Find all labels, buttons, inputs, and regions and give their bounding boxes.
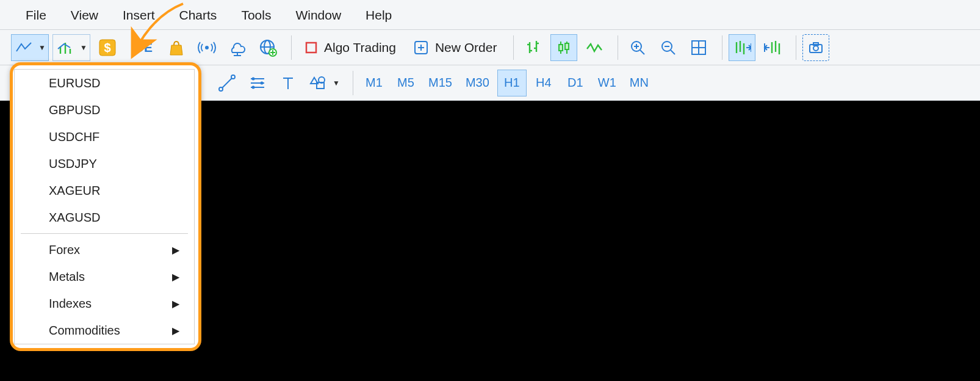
vps-button[interactable] — [224, 34, 251, 61]
category-label: Forex — [49, 243, 80, 257]
svg-rect-27 — [565, 43, 569, 49]
separator — [618, 35, 618, 60]
timeframe-w1[interactable]: W1 — [593, 70, 622, 96]
menu-insert[interactable]: Insert — [110, 0, 167, 30]
separator — [513, 35, 514, 60]
submenu-arrow-icon: ▶ — [172, 244, 179, 256]
menu-help[interactable]: Help — [353, 0, 404, 30]
chart-type-line-split[interactable]: ▼ — [11, 34, 49, 61]
menu-view[interactable]: View — [59, 0, 110, 30]
svg-point-53 — [231, 75, 235, 79]
chart-candles-button[interactable] — [550, 34, 577, 61]
candlestick-icon — [556, 40, 572, 56]
timeframe-m1[interactable]: M1 — [359, 70, 389, 96]
category-label: Metals — [49, 270, 85, 284]
new-order-label: New Order — [435, 40, 497, 55]
timeframe-h4[interactable]: H4 — [529, 70, 558, 96]
symbol-category-indexes[interactable]: Indexes ▶ — [15, 290, 194, 317]
ohlc-bars-icon — [525, 40, 541, 56]
zigzag-icon — [586, 40, 603, 55]
cloud-icon — [228, 39, 247, 56]
chart-type-bar-split[interactable]: ▼ — [52, 34, 90, 61]
timeframe-m5[interactable]: M5 — [391, 70, 420, 96]
web-button[interactable] — [254, 34, 281, 61]
new-order-button[interactable]: New Order — [406, 34, 504, 61]
text-icon — [281, 75, 295, 91]
dropdown-arrow-icon[interactable]: ▼ — [36, 43, 48, 52]
tile-windows-button[interactable] — [685, 34, 712, 61]
timeframe-h1[interactable]: H1 — [497, 70, 527, 96]
symbol-category-metals[interactable]: Metals ▶ — [15, 263, 194, 290]
zoom-in-icon — [629, 39, 646, 56]
algo-trading-button[interactable]: Algo Trading — [298, 34, 403, 61]
draw-shapes-split[interactable]: ▼ — [305, 70, 343, 96]
draw-equidistant-button[interactable] — [244, 70, 271, 96]
zoom-in-button[interactable] — [624, 34, 651, 61]
menu-tools[interactable]: Tools — [229, 0, 283, 30]
svg-point-49 — [813, 46, 818, 51]
timeframe-m15[interactable]: M15 — [423, 70, 458, 96]
separator — [796, 35, 796, 60]
category-label: Indexes — [49, 297, 92, 311]
ide-button[interactable]: IDE — [124, 34, 159, 61]
shopping-bag-icon — [168, 39, 185, 56]
market-button[interactable] — [163, 34, 190, 61]
line-chart-icon — [12, 40, 36, 55]
screenshot-button[interactable] — [802, 34, 829, 61]
symbol-category-commodities[interactable]: Commodities ▶ — [15, 317, 194, 344]
draw-trendline-button[interactable] — [214, 70, 240, 96]
zoom-out-button[interactable] — [655, 34, 682, 61]
submenu-arrow-icon: ▶ — [172, 325, 179, 336]
symbol-category-forex[interactable]: Forex ▶ — [15, 236, 194, 263]
menubar: File View Insert Charts Tools Window Hel… — [0, 0, 980, 30]
dropdown-arrow-icon[interactable]: ▼ — [330, 79, 342, 87]
chart-line-button[interactable] — [581, 34, 608, 61]
symbol-item-eurusd[interactable]: EURUSD — [15, 70, 194, 96]
svg-point-57 — [252, 77, 255, 80]
new-order-icon — [413, 40, 429, 56]
svg-line-33 — [671, 50, 675, 54]
draw-text-button[interactable] — [275, 70, 301, 96]
separator — [353, 71, 353, 95]
algo-trading-label: Algo Trading — [324, 40, 396, 55]
submenu-arrow-icon: ▶ — [172, 271, 179, 283]
symbol-item-xagusd[interactable]: XAGUSD — [15, 204, 194, 231]
menu-file[interactable]: File — [13, 0, 59, 30]
menu-charts[interactable]: Charts — [167, 0, 229, 30]
trendline-icon — [218, 74, 236, 92]
channel-icon — [248, 75, 267, 91]
bar-chart-icon — [53, 40, 77, 55]
timeframe-m30[interactable]: M30 — [460, 70, 495, 96]
menu-window[interactable]: Window — [283, 0, 353, 30]
chart-autoscroll-button[interactable] — [759, 34, 786, 61]
svg-rect-14 — [306, 43, 316, 53]
symbol-dropdown-popup: EURUSD GBPUSD USDCHF USDJPY XAGEUR XAGUS… — [10, 62, 201, 351]
symbol-item-gbpusd[interactable]: GBPUSD — [15, 96, 194, 123]
svg-point-5 — [205, 46, 209, 49]
timeframe-mn[interactable]: MN — [624, 70, 654, 96]
chart-shift-button[interactable] — [729, 34, 755, 61]
symbol-item-usdjpy[interactable]: USDJPY — [15, 150, 194, 177]
shapes-icon — [306, 75, 330, 91]
svg-text:$: $ — [104, 41, 110, 54]
dropdown-arrow-icon[interactable]: ▼ — [77, 43, 90, 52]
chart-bars-button[interactable] — [520, 34, 547, 61]
category-label: Commodities — [49, 324, 120, 338]
svg-point-59 — [252, 85, 255, 89]
svg-line-51 — [221, 77, 233, 89]
symbol-item-xageur[interactable]: XAGEUR — [15, 177, 194, 204]
svg-point-58 — [261, 81, 264, 84]
zoom-out-icon — [660, 39, 677, 56]
toolbar-main: ▼ ▼ $ IDE — [0, 30, 980, 65]
signals-button[interactable] — [193, 34, 220, 61]
separator — [722, 35, 722, 60]
broadcast-icon — [198, 40, 216, 55]
symbol-item-usdchf[interactable]: USDCHF — [15, 123, 194, 150]
new-symbol-button[interactable]: $ — [94, 34, 121, 61]
camera-icon — [809, 42, 823, 54]
shift-start-icon — [763, 40, 782, 56]
globe-plus-icon — [259, 38, 277, 57]
svg-line-29 — [640, 50, 644, 54]
timeframe-d1[interactable]: D1 — [561, 70, 590, 96]
submenu-arrow-icon: ▶ — [172, 298, 179, 310]
